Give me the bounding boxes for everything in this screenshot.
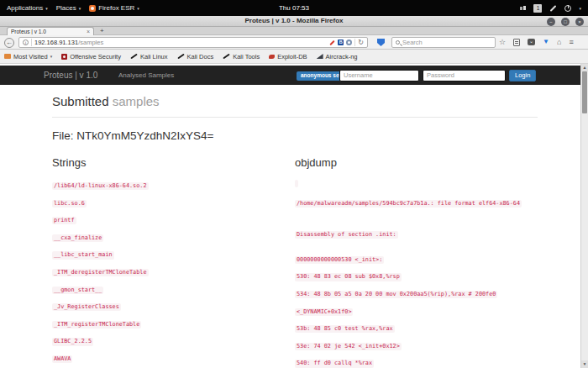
caret-down-icon: ▾ (137, 6, 139, 11)
string-line: AWAVA (52, 349, 295, 364)
objdump-line: 530: 48 83 ec 08 sub $0x8,%rsp (295, 266, 538, 281)
power-icon[interactable] (564, 5, 571, 12)
nav-link-analysed-samples[interactable]: Analysed Samples (118, 66, 174, 85)
password-field[interactable] (423, 70, 506, 81)
objdump-line (295, 176, 538, 191)
search-box[interactable] (391, 37, 496, 48)
string-line: printf (52, 210, 295, 225)
bookmark-star-icon[interactable]: ☆ (499, 35, 506, 49)
downloads-icon[interactable]: ▼ (543, 39, 549, 45)
pen-page-action-icon[interactable] (330, 39, 335, 45)
page-title: Submitted samples (52, 94, 538, 108)
bookmark-item[interactable]: Kali Docs (177, 53, 214, 60)
objdump-line: /home/malwareadm/samples/594bc9c7a7b1a.:… (295, 193, 538, 208)
divider (31, 39, 32, 46)
window-titlebar: Proteus | v 1.0 - Mozilla Firefox − □ × (0, 16, 588, 27)
firefox-menu-label: Firefox ESR (98, 4, 134, 12)
url-text[interactable]: 192.168.91.131/samples (34, 39, 103, 46)
objdump-gap (295, 242, 538, 250)
objdump-value: /home/malwareadm/samples/594bc9c7a7b1a.:… (295, 200, 522, 208)
bookmark-label: Exploit-DB (277, 53, 307, 60)
pocket-icon[interactable]: ⌄ (528, 39, 535, 45)
scrollbar-thumb[interactable] (582, 71, 587, 113)
objdump-line: 540: ff d0 callq *%rax (295, 353, 538, 368)
window-controls: − □ × (547, 18, 584, 26)
bookmark-label: Most Visited (13, 53, 48, 60)
site-info-icon[interactable]: i (23, 39, 29, 45)
site-brand[interactable]: Proteus | v 1.0 (44, 66, 97, 85)
dagger-icon (223, 54, 230, 60)
dagger-icon (130, 54, 138, 60)
objdump-value: <_DYNAMIC+0x1f0> (295, 308, 353, 316)
string-value: _Jv_RegisterClasses (52, 303, 121, 311)
caret-down-icon: ▾ (79, 6, 81, 11)
tab-proteus[interactable]: Proteus | v 1.0 × (7, 27, 94, 35)
pen-icon[interactable] (550, 5, 557, 12)
toolbar-buttons: ☆ ⌄ ▼ ⌂ ≡ (499, 35, 574, 49)
minimize-button[interactable]: − (547, 18, 555, 26)
objdump-line: Disassembly of section .init: (295, 224, 538, 239)
string-line: __gmon_start__ (52, 280, 295, 295)
objdump-column: objdump /home/malwareadm/samples/594bc9c… (295, 156, 538, 368)
zap-extension-icon[interactable] (346, 39, 352, 45)
places-menu-label: Places (56, 4, 76, 12)
bookmark-item[interactable]: Offensive Security (61, 53, 121, 60)
home-icon[interactable]: ⌂ (557, 35, 561, 49)
objdump-value: Disassembly of section .init: (295, 231, 398, 239)
library-icon[interactable] (513, 39, 520, 46)
workspace-indicator[interactable]: 1 (533, 4, 542, 13)
scrollbar[interactable]: ▲ ▼ (580, 64, 588, 368)
b-extension-icon[interactable]: B (338, 39, 344, 45)
menu-icon[interactable]: ≡ (569, 35, 573, 49)
shield-icon (61, 54, 67, 60)
scroll-down-button[interactable]: ▼ (581, 360, 588, 368)
page-content: Submitted samples File: NTk0YmM5YzdhN2Ix… (52, 94, 538, 368)
string-value: __cxa_finalize (52, 234, 103, 242)
objdump-value: 53e: 74 02 je 542 <_init+0x12> (295, 343, 402, 350)
objdump-value (295, 180, 298, 187)
maximize-button[interactable]: □ (561, 18, 570, 26)
bookmark-item[interactable]: Most Visited▾ (4, 53, 52, 60)
page-title-strong: Submitted (52, 94, 109, 108)
string-line: libc.so.6 (52, 193, 295, 208)
divider (354, 39, 355, 46)
places-menu[interactable]: Places ▾ (56, 4, 81, 12)
string-value: GLIBC_2.2.5 (52, 338, 93, 345)
string-line: GLIBC_2.2.5 (52, 331, 295, 346)
bookmark-item[interactable]: Exploit-DB (269, 53, 307, 60)
bookmark-item[interactable]: Kali Linux (130, 53, 168, 60)
bookmark-flag-icon[interactable] (377, 39, 385, 46)
bookmark-item[interactable]: Kali Tools (223, 53, 260, 60)
search-input[interactable] (402, 39, 491, 46)
url-bar[interactable]: i 192.168.91.131/samples B ↻ (18, 37, 368, 48)
applications-menu[interactable]: Applications ▾ (7, 4, 48, 12)
string-value: _ITM_registerTMCloneTable (52, 321, 141, 329)
bookmark-label: Offensive Security (70, 53, 121, 60)
firefox-esr-menu[interactable]: Firefox ESR ▾ (89, 4, 139, 12)
system-top-bar: Applications ▾ Places ▾ Firefox ESR ▾ Th… (0, 0, 588, 16)
caret-down-icon[interactable]: ▾ (579, 6, 581, 11)
close-button[interactable]: × (575, 18, 584, 26)
objdump-value: 534: 48 8b 05 a5 0a 20 00 mov 0x200aa5(%… (295, 291, 497, 298)
string-value: printf (52, 217, 76, 224)
tab-close-icon[interactable]: × (87, 29, 90, 35)
clock[interactable]: Thu 07:53 (0, 4, 588, 12)
string-line: _ITM_deregisterTMCloneTable (52, 262, 295, 277)
url-host: 192.168.91.131 (34, 39, 78, 46)
objdump-line: 0000000000000530 <_init>: (295, 250, 538, 265)
username-field[interactable] (339, 70, 419, 81)
objdump-line: 53e: 74 02 je 542 <_init+0x12> (295, 336, 538, 351)
objdump-list: /home/malwareadm/samples/594bc9c7a7b1a.:… (295, 176, 538, 368)
page-title-light: samples (113, 94, 160, 108)
scroll-up-button[interactable]: ▲ (581, 64, 588, 71)
network-icon[interactable] (520, 6, 526, 10)
bookmark-item[interactable]: Aircrack-ng (317, 53, 358, 60)
swirl-icon (269, 55, 275, 59)
login-button[interactable]: Login (509, 70, 536, 81)
string-value: _ITM_deregisterTMCloneTable (52, 269, 149, 276)
new-tab-button[interactable]: + (100, 27, 104, 35)
string-line: __cxa_finalize (52, 228, 295, 243)
objdump-value: 0000000000000530 <_init>: (295, 256, 384, 264)
reload-button[interactable]: ↻ (358, 38, 364, 47)
back-button[interactable]: ← (4, 38, 14, 48)
